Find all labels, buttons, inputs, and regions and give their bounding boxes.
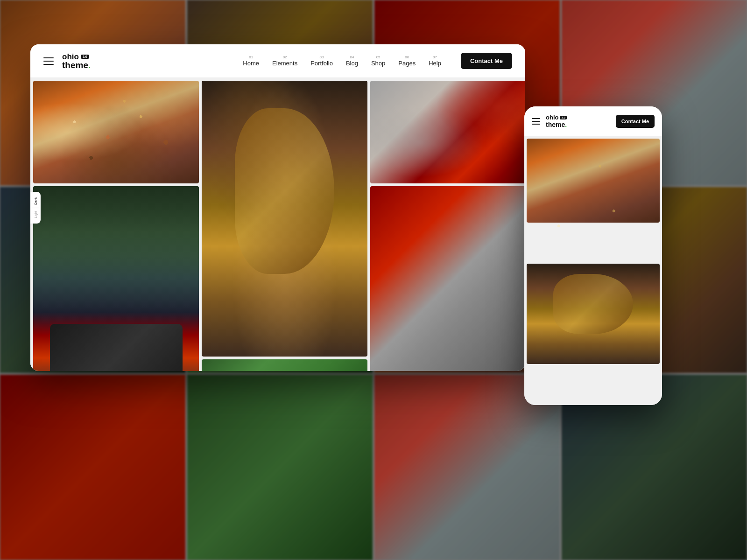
light-mode-toggle[interactable]: Light	[33, 209, 39, 220]
nav-label-blog: Blog	[346, 60, 358, 67]
nav-item-shop[interactable]: 05 Shop	[365, 56, 392, 67]
mobile-food-inner	[527, 139, 660, 223]
desktop-mockup: Dark Light ohio 3.0 theme. 01 Home 0	[30, 44, 525, 371]
hamburger-line-2	[43, 61, 54, 62]
mobile-woman-inner	[527, 264, 660, 364]
hamburger-line-3	[43, 64, 54, 65]
food-image-inner	[33, 81, 199, 183]
nav-label-elements: Elements	[272, 60, 297, 67]
nav-num-blog: 04	[350, 56, 354, 59]
nav-item-blog[interactable]: 04 Blog	[339, 56, 365, 67]
woman-sitting-image: BUY ON envato	[33, 186, 199, 371]
food-texture	[33, 81, 199, 183]
nav-item-pages[interactable]: 06 Pages	[392, 56, 422, 67]
mobile-food-texture	[527, 139, 660, 223]
logo-top: ohio 3.0	[62, 53, 91, 61]
logo[interactable]: ohio 3.0 theme.	[62, 53, 91, 70]
desktop-header: ohio 3.0 theme. 01 Home 02 Elements 03 P…	[30, 44, 525, 78]
logo-version-badge: 3.0	[81, 55, 89, 59]
woman-fern-inner	[202, 81, 367, 357]
hamburger-menu[interactable]	[43, 57, 54, 65]
mobile-food-image	[527, 139, 660, 223]
mobile-content-grid	[524, 136, 662, 405]
right-side-inner	[370, 186, 525, 371]
nav-label-shop: Shop	[371, 60, 385, 67]
woman-sitting-inner	[33, 186, 199, 371]
bg-tile-9	[0, 375, 185, 560]
mobile-mockup: ohio 3.0 theme. Contact Me	[524, 106, 662, 405]
nav-label-home: Home	[243, 60, 259, 67]
nav-item-help[interactable]: 07 Help	[422, 56, 448, 67]
green-leaves-inner	[202, 359, 367, 371]
woman-fern-image-center	[202, 81, 367, 357]
main-navigation: 01 Home 02 Elements 03 Portfolio 04 Blog…	[236, 56, 448, 67]
dark-mode-toggle[interactable]: Dark	[33, 196, 39, 207]
coffee-red-inner	[370, 81, 525, 183]
theme-divider	[32, 208, 39, 208]
theme-toggle-sidebar[interactable]: Dark Light	[30, 192, 41, 224]
logo-bottom: theme.	[62, 61, 91, 70]
logo-name: ohio	[62, 53, 79, 61]
content-grid: BUY ON envato	[30, 78, 525, 371]
nav-label-portfolio: Portfolio	[310, 60, 333, 67]
nav-num-portfolio: 03	[320, 56, 324, 59]
nav-num-home: 01	[249, 56, 253, 59]
nav-num-elements: 02	[283, 56, 287, 59]
food-image-top-left	[33, 81, 199, 183]
nav-label-pages: Pages	[398, 60, 416, 67]
right-side-image	[370, 186, 525, 371]
nav-item-elements[interactable]: 02 Elements	[266, 56, 304, 67]
green-leaves-image	[202, 359, 367, 371]
logo-dot: .	[88, 60, 91, 70]
coffee-red-image-top-right	[370, 81, 525, 183]
hamburger-line-1	[43, 57, 54, 58]
nav-item-portfolio[interactable]: 03 Portfolio	[304, 56, 339, 67]
nav-num-pages: 06	[405, 56, 409, 59]
contact-me-button-desktop[interactable]: Contact Me	[461, 53, 512, 69]
mobile-woman-image	[527, 264, 660, 364]
nav-label-help: Help	[429, 60, 441, 67]
nav-num-help: 07	[433, 56, 437, 59]
nav-item-home[interactable]: 01 Home	[236, 56, 266, 67]
bg-tile-10	[187, 375, 373, 560]
logo-theme-text: theme.	[62, 60, 91, 70]
nav-num-shop: 05	[376, 56, 381, 59]
